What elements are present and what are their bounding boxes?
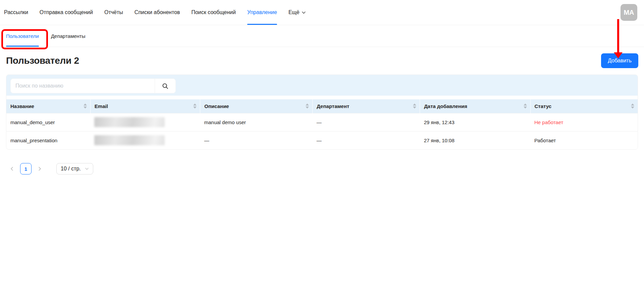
pagination: 1 10 / стр. bbox=[7, 163, 644, 174]
nav-item-label: Отправка сообщений bbox=[40, 9, 93, 15]
page-title-text: Пользователи bbox=[6, 55, 71, 66]
page-title: Пользователи 2 bbox=[6, 55, 79, 66]
nav-item-subscriber-lists[interactable]: Списки абонентов bbox=[135, 0, 180, 25]
cell-email bbox=[90, 113, 200, 131]
sort-icon bbox=[413, 104, 416, 109]
cell-email bbox=[90, 131, 200, 149]
search-group bbox=[10, 79, 176, 93]
column-header-date-added[interactable]: Дата добавления bbox=[420, 99, 530, 113]
cell-name: manual_demo_user bbox=[6, 113, 90, 131]
column-header-status[interactable]: Статус bbox=[530, 99, 638, 113]
sub-tabs: Пользователи Департаменты bbox=[0, 25, 644, 47]
column-label: Email bbox=[95, 103, 108, 109]
nav-item-message-search[interactable]: Поиск сообщений bbox=[191, 0, 236, 25]
column-label: Статус bbox=[535, 103, 552, 109]
users-table-card: Название Email Описание Департамент Дата… bbox=[6, 74, 638, 150]
cell-status: Не работает bbox=[530, 113, 638, 131]
sort-icon bbox=[524, 104, 527, 109]
sort-icon bbox=[193, 104, 197, 109]
cell-date-added: 29 янв, 12:43 bbox=[420, 113, 530, 131]
column-label: Описание bbox=[204, 103, 229, 109]
column-header-department[interactable]: Департамент bbox=[313, 99, 420, 113]
nav-item-more[interactable]: Ещё bbox=[288, 0, 306, 25]
pagination-prev-button[interactable] bbox=[7, 163, 17, 174]
user-count: 2 bbox=[74, 55, 79, 66]
column-header-description[interactable]: Описание bbox=[200, 99, 313, 113]
chevron-down-icon bbox=[302, 10, 306, 15]
page-size-label: 10 / стр. bbox=[61, 166, 81, 172]
nav-item-label: Отчёты bbox=[104, 9, 123, 15]
nav-item-label: Ещё bbox=[288, 9, 300, 15]
chevron-left-icon bbox=[10, 166, 14, 171]
chevron-right-icon bbox=[37, 166, 42, 171]
nav-item-label: Управление bbox=[247, 9, 277, 15]
nav-item-mailings[interactable]: Рассылки bbox=[4, 0, 28, 25]
column-label: Дата добавления bbox=[424, 103, 467, 109]
sort-icon bbox=[84, 104, 87, 109]
table-header-row: Название Email Описание Департамент Дата… bbox=[6, 99, 638, 113]
nav-item-label: Списки абонентов bbox=[135, 9, 180, 15]
pagination-page-1[interactable]: 1 bbox=[20, 163, 32, 174]
tab-label: Пользователи bbox=[6, 33, 39, 39]
add-button[interactable]: Добавить bbox=[601, 53, 638, 68]
cell-department: — bbox=[313, 113, 420, 131]
cell-date-added: 27 янв, 10:08 bbox=[420, 131, 530, 149]
avatar[interactable]: MA bbox=[621, 4, 637, 21]
nav-item-send-messages[interactable]: Отправка сообщений bbox=[40, 0, 93, 25]
cell-status: Работает bbox=[530, 131, 638, 149]
chevron-down-icon bbox=[85, 167, 89, 171]
table-row: manual_presentation — — 27 янв, 10:08 Ра… bbox=[6, 131, 638, 149]
column-label: Департамент bbox=[317, 103, 349, 109]
email-redacted bbox=[94, 117, 165, 127]
column-label: Название bbox=[10, 103, 34, 109]
nav-item-label: Рассылки bbox=[4, 9, 28, 15]
cell-department: — bbox=[313, 131, 420, 149]
cell-name: manual_presentation bbox=[6, 131, 90, 149]
tab-users[interactable]: Пользователи bbox=[6, 25, 39, 47]
sort-icon bbox=[306, 104, 309, 109]
top-navigation: Рассылки Отправка сообщений Отчёты Списк… bbox=[0, 0, 644, 25]
sort-icon bbox=[631, 104, 634, 109]
tab-departments[interactable]: Департаменты bbox=[51, 25, 86, 47]
tab-label: Департаменты bbox=[51, 33, 86, 39]
search-icon bbox=[162, 83, 169, 90]
users-table: Название Email Описание Департамент Дата… bbox=[6, 99, 638, 149]
table-search-section bbox=[6, 75, 638, 96]
cell-description: manual demo user bbox=[200, 113, 313, 131]
column-header-name[interactable]: Название bbox=[6, 99, 90, 113]
nav-item-management[interactable]: Управление bbox=[247, 0, 277, 25]
search-input[interactable] bbox=[11, 79, 155, 93]
title-row: Пользователи 2 Добавить bbox=[0, 47, 644, 74]
email-redacted bbox=[94, 135, 165, 145]
page-size-select[interactable]: 10 / стр. bbox=[56, 163, 93, 174]
nav-item-label: Поиск сообщений bbox=[191, 9, 236, 15]
avatar-initials: MA bbox=[624, 9, 634, 16]
nav-item-reports[interactable]: Отчёты bbox=[104, 0, 123, 25]
search-button[interactable] bbox=[155, 79, 175, 93]
pagination-next-button[interactable] bbox=[34, 163, 45, 174]
cell-description: — bbox=[200, 131, 313, 149]
column-header-email[interactable]: Email bbox=[90, 99, 200, 113]
table-row: manual_demo_user manual demo user — 29 я… bbox=[6, 113, 638, 131]
